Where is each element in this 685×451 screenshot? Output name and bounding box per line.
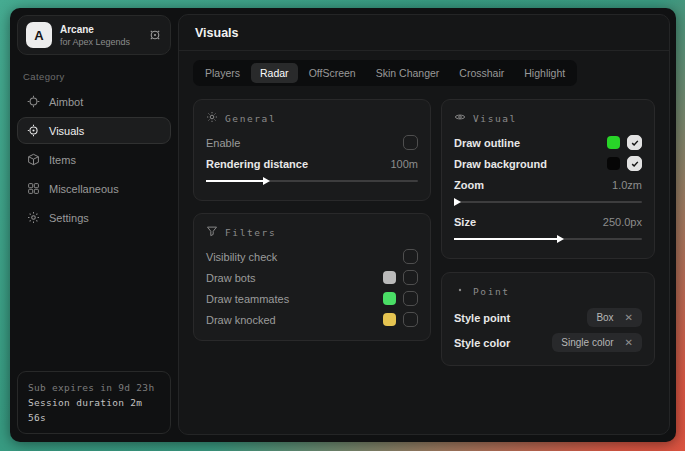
cube-icon [27, 153, 40, 166]
style-point-label: Style point [454, 312, 510, 324]
style-point-row: Style point Box ✕ [454, 305, 642, 330]
gear-sun-icon [206, 111, 218, 125]
grid-icon [27, 182, 40, 195]
eye-scan-icon [27, 124, 40, 137]
visual-card: Visual Draw outline Draw background [441, 99, 655, 259]
page-title: Visuals [195, 26, 653, 40]
brand-text: Arcane for Apex Legends [60, 24, 140, 47]
zoom-value: 1.0zm [612, 179, 642, 191]
sub-expiry-text: Sub expires in 9d 23h [28, 380, 160, 395]
style-color-row: Style color Single color ✕ [454, 330, 642, 355]
draw-background-row: Draw background [454, 153, 642, 174]
visibility-check-row: Visibility check [206, 246, 418, 267]
sidebar-item-miscellaneous[interactable]: Miscellaneous [17, 175, 171, 202]
tab-offscreen[interactable]: OffScreen [300, 63, 365, 83]
tab-highlight[interactable]: Highlight [515, 63, 574, 83]
draw-bots-color-swatch[interactable] [383, 271, 396, 284]
enable-checkbox[interactable] [403, 135, 418, 150]
close-icon[interactable]: ✕ [625, 313, 633, 323]
rendering-distance-label: Rendering distance [206, 158, 308, 170]
sidebar-item-label: Items [49, 154, 76, 166]
enable-row: Enable [206, 132, 418, 153]
slider-fill [454, 238, 557, 240]
draw-background-checkbox[interactable] [627, 156, 642, 171]
crosshair-icon [27, 95, 40, 108]
draw-teammates-checkbox[interactable] [403, 291, 418, 306]
main-panel: Visuals Players Radar OffScreen Skin Cha… [178, 14, 670, 435]
draw-teammates-color-swatch[interactable] [383, 292, 396, 305]
point-card-title: Point [473, 286, 510, 297]
visibility-check-label: Visibility check [206, 251, 277, 263]
style-point-value: Box [596, 312, 613, 323]
tab-radar[interactable]: Radar [251, 63, 298, 83]
slider-thumb[interactable] [454, 198, 461, 206]
size-label: Size [454, 216, 476, 228]
left-column: General Enable Rendering distance 100m [193, 99, 431, 341]
draw-background-label: Draw background [454, 158, 547, 170]
point-card: Point Style point Box ✕ Style color Sing… [441, 272, 655, 366]
main-header: Visuals [179, 15, 669, 51]
tab-skin-changer[interactable]: Skin Changer [367, 63, 449, 83]
rendering-distance-slider[interactable] [206, 175, 418, 187]
app-window: A Arcane for Apex Legends Category [10, 8, 676, 442]
draw-bots-row: Draw bots [206, 267, 418, 288]
zoom-label: Zoom [454, 179, 484, 191]
draw-bots-checkbox[interactable] [403, 270, 418, 285]
point-card-header: Point [454, 284, 642, 298]
draw-teammates-label: Draw teammates [206, 293, 289, 305]
general-card-header: General [206, 111, 418, 125]
filters-card-title: Filters [225, 227, 276, 238]
right-column: Visual Draw outline Draw background [441, 99, 655, 366]
visual-card-title: Visual [473, 113, 517, 124]
sidebar-item-aimbot[interactable]: Aimbot [17, 88, 171, 115]
size-slider[interactable] [454, 233, 642, 245]
draw-knocked-checkbox[interactable] [403, 312, 418, 327]
filters-card-header: Filters [206, 225, 418, 239]
sidebar-item-label: Settings [49, 212, 89, 224]
brand-subtitle: for Apex Legends [60, 37, 140, 47]
sidebar-nav: Aimbot Visuals [17, 88, 171, 231]
draw-knocked-label: Draw knocked [206, 314, 276, 326]
session-info-card: Sub expires in 9d 23h Session duration 2… [17, 371, 171, 434]
settings-icon[interactable] [148, 28, 162, 42]
rendering-distance-row: Rendering distance 100m [206, 153, 418, 174]
sidebar-item-settings[interactable]: Settings [17, 204, 171, 231]
visibility-check-checkbox[interactable] [403, 249, 418, 264]
draw-bots-label: Draw bots [206, 272, 256, 284]
filters-card: Filters Visibility check Draw bots [193, 213, 431, 341]
sidebar-item-label: Miscellaneous [49, 183, 119, 195]
style-color-label: Style color [454, 337, 510, 349]
size-value: 250.0px [603, 216, 642, 228]
zoom-slider[interactable] [454, 196, 642, 208]
general-card-title: General [225, 113, 276, 124]
visual-card-header: Visual [454, 111, 642, 125]
draw-outline-color-swatch[interactable] [607, 136, 620, 149]
draw-knocked-row: Draw knocked [206, 309, 418, 330]
slider-thumb[interactable] [263, 177, 270, 185]
eye-icon [454, 111, 466, 125]
brand-logo: A [26, 22, 52, 48]
style-color-select[interactable]: Single color ✕ [552, 333, 642, 352]
close-icon[interactable]: ✕ [625, 338, 633, 348]
style-point-select[interactable]: Box ✕ [587, 308, 642, 327]
draw-outline-checkbox[interactable] [627, 135, 642, 150]
brand-card: A Arcane for Apex Legends [17, 15, 171, 55]
general-card: General Enable Rendering distance 100m [193, 99, 431, 201]
sidebar-item-items[interactable]: Items [17, 146, 171, 173]
draw-outline-label: Draw outline [454, 137, 520, 149]
draw-knocked-color-swatch[interactable] [383, 313, 396, 326]
draw-teammates-row: Draw teammates [206, 288, 418, 309]
sidebar-item-visuals[interactable]: Visuals [17, 117, 171, 144]
draw-background-color-swatch[interactable] [607, 157, 620, 170]
zoom-row: Zoom 1.0zm [454, 174, 642, 195]
slider-track [454, 201, 642, 203]
tab-crosshair[interactable]: Crosshair [450, 63, 513, 83]
size-row: Size 250.0px [454, 211, 642, 232]
sidebar: A Arcane for Apex Legends Category [10, 8, 178, 442]
tab-players[interactable]: Players [196, 63, 249, 83]
draw-outline-row: Draw outline [454, 132, 642, 153]
tab-bar: Players Radar OffScreen Skin Changer Cro… [193, 60, 577, 86]
session-duration-text: Session duration 2m 56s [28, 395, 160, 425]
cards-area: General Enable Rendering distance 100m [179, 86, 669, 379]
slider-thumb[interactable] [557, 235, 564, 243]
